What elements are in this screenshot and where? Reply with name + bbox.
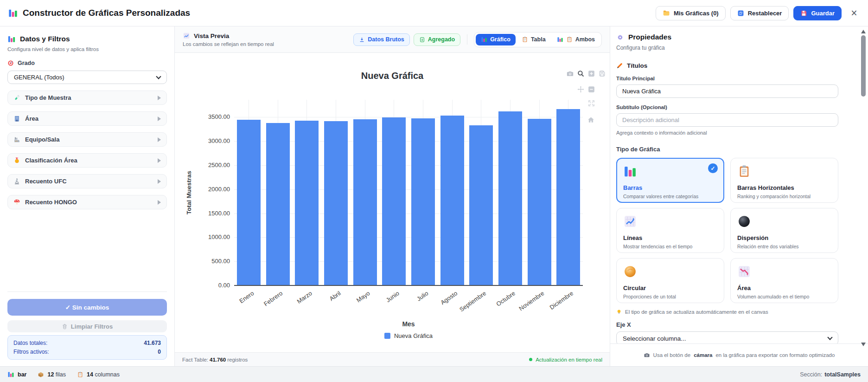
subtitle-label: Subtítulo (Opcional) [616,104,838,110]
pen-icon [616,62,623,69]
x-axis-select[interactable]: Seleccionar columna... [616,331,838,343]
target-icon [7,60,14,66]
bar-diciembre [556,109,580,285]
chart-builder-app: Constructor de Gráficas Personalizadas M… [0,0,868,382]
clipboard-icon [566,36,573,43]
chart-type-card-circular[interactable]: CircularProporciones de un total [616,258,724,303]
x-tick-label: Enero [238,290,255,304]
chart-type-card-barras[interactable]: ✓BarrasComparar valores entre categorías [616,158,724,203]
camera-icon [644,352,650,358]
clipboard-icon [522,36,528,43]
close-icon[interactable]: × [848,7,860,19]
bar-septiembre [469,125,493,285]
page-title: Constructor de Gráficas Personalizadas [23,8,190,18]
bar-junio [382,117,406,285]
scroll-up-arrow[interactable] [861,30,866,33]
save-image-icon[interactable] [598,70,606,78]
clipboard-icon [77,371,83,378]
rows-status: 12 filas [38,371,66,378]
main-title-input[interactable] [616,84,838,98]
sidebar-title: Datos y Filtros [20,35,70,43]
properties-scroll: Propiedades Configura tu gráfica Títulos… [610,26,868,343]
zoom-icon[interactable] [577,70,585,78]
scroll-down-arrow[interactable] [861,343,866,346]
view-mode-tabs: GráficoTablaAmbos [474,32,602,47]
clear-filters-button[interactable]: Limpiar Filtros [7,320,167,332]
bar-chart-icon [7,35,16,43]
floppy-disk-icon [800,10,807,17]
y-axis-title: Total Muestras [185,171,192,214]
grade-label-row: Grado [7,60,167,66]
chart-type-card-barras-horizontales[interactable]: Barras HorizontalesRanking y comparación… [730,158,838,203]
bar-octubre [498,111,522,286]
chart-up-icon [183,32,190,39]
grade-select[interactable]: GENERAL (Todos) [7,71,167,84]
bar-chart-icon [7,371,14,378]
my-charts-button[interactable]: Mis Gráficas (0) [656,6,726,20]
pan-icon[interactable] [577,85,585,93]
properties-title: Propiedades [628,33,671,41]
chart-type-card-dispersion[interactable]: DispersiónRelación entre dos variables [730,208,838,253]
titles-section-row: Títulos [616,62,838,69]
area-chart-icon [737,265,751,278]
preview-title: Vista Previa [194,32,229,39]
test-tube-icon [13,94,20,101]
main-title-label: Título Principal [616,76,838,81]
save-button[interactable]: Guardar [793,6,842,20]
bar-chart-icon [623,164,637,178]
bar-marzo [295,121,319,285]
columns-status: 14 columnas [77,371,120,378]
scrollbar[interactable] [860,26,867,349]
home-icon[interactable] [587,116,595,124]
y-tick-label: 1000.00 [208,233,230,241]
active-filters-value: 0 [158,349,161,355]
x-tick-label: Agosto [439,290,459,306]
chart-legend[interactable]: Nueva Gráfica [384,332,433,339]
chart-type-card-area[interactable]: ÁreaVolumen acumulado en el tiempo [730,258,838,303]
chevron-right-icon [158,158,161,163]
camera-icon[interactable] [566,70,574,78]
zoom-out-icon[interactable] [587,85,595,93]
chart-canvas: Nueva Gráfica Total Muestras 0.00500.001… [175,53,610,352]
trash-icon [62,324,68,330]
tab-ambos[interactable]: Ambos [552,34,600,45]
zoom-in-icon[interactable] [587,70,595,78]
sphere-icon [737,214,751,228]
camera-note: Usa el botón de cámara en la gráfica par… [610,343,868,366]
x-axis-section-label: Eje X [616,321,838,328]
filter-item-tipo-de-muestra[interactable]: Tipo de Muestra [7,91,167,105]
filter-item-clasificacion-area[interactable]: Clasificación Área [7,153,167,168]
properties-subtitle: Configura tu gráfica [616,45,838,51]
y-tick-label: 2000.00 [208,186,230,193]
subtitle-input[interactable] [616,113,838,127]
tab-tabla[interactable]: Tabla [517,34,551,45]
status-dot [529,358,532,361]
tab-grafico[interactable]: Gráfico [476,34,516,45]
no-changes-button[interactable]: ✓ Sin cambios [7,299,167,316]
clipboard-icon [737,164,751,178]
filter-item-area[interactable]: Área [7,111,167,126]
subtitle-help: Agrega contexto o información adicional [616,130,838,136]
filter-item-recuento-ufc[interactable]: Recuento UFC [7,174,167,188]
aggregated-button[interactable]: Agregado [414,33,460,46]
chevron-right-icon [158,137,161,142]
bar-mayo [353,119,377,285]
filter-item-equipo-sala[interactable]: Equipo/Sala [7,132,167,147]
chart-footer: Fact Table: 41.760 registros Actualizaci… [175,352,610,366]
autoscale-icon[interactable] [587,99,595,107]
raw-data-button[interactable]: Datos Brutos [353,33,409,46]
fact-table-suffix: registros [227,357,248,363]
microscope-icon [13,178,20,185]
plot-area: 0.00500.001000.001500.002000.002500.0030… [234,100,583,285]
totals-infobox: Datos totales:41.673 Filtros activos:0 [7,335,167,360]
reset-button[interactable]: Restablecer [730,6,789,20]
scrollbar-thumb[interactable] [861,35,866,97]
filter-item-recuento-hongo[interactable]: Recuento HONGO [7,195,167,209]
chevron-right-icon [158,96,161,100]
chart-type-card-lineas[interactable]: LíneasMostrar tendencias en el tiempo [616,208,724,253]
factory-icon [13,136,20,143]
data-filters-panel: Datos y Filtros Configura nivel de datos… [0,26,175,366]
x-axis-title: Mes [402,320,415,328]
app-header: Constructor de Gráficas Personalizadas M… [0,0,868,26]
mushroom-icon [13,199,20,206]
